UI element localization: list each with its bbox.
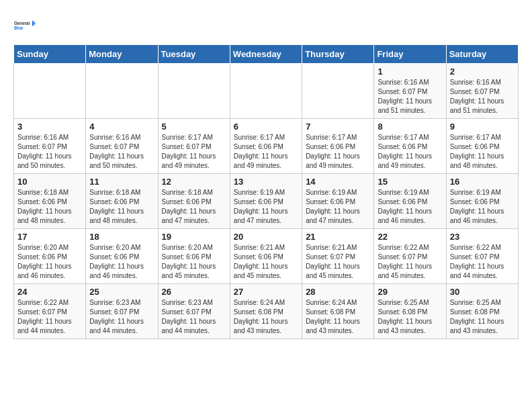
week-row-5: 24Sunrise: 6:22 AM Sunset: 6:07 PM Dayli… [14,284,519,339]
day-number: 15 [378,177,442,187]
day-number: 22 [378,232,442,242]
cell-info: Sunrise: 6:17 AM Sunset: 6:06 PM Dayligh… [450,133,515,171]
cell-info: Sunrise: 6:24 AM Sunset: 6:08 PM Dayligh… [306,298,370,336]
logo: GeneralBlue [13,13,38,38]
cell-info: Sunrise: 6:19 AM Sunset: 6:06 PM Dayligh… [378,188,442,226]
cell-info: Sunrise: 6:21 AM Sunset: 6:07 PM Dayligh… [306,243,370,281]
calendar-cell [158,64,230,119]
day-number: 2 [450,66,515,77]
calendar-cell: 25Sunrise: 6:23 AM Sunset: 6:07 PM Dayli… [86,284,158,339]
calendar-cell: 3Sunrise: 6:16 AM Sunset: 6:07 PM Daylig… [14,119,86,174]
calendar-cell: 14Sunrise: 6:19 AM Sunset: 6:06 PM Dayli… [302,174,374,229]
cell-info: Sunrise: 6:17 AM Sunset: 6:06 PM Dayligh… [378,133,442,171]
day-number: 18 [89,232,154,242]
cell-info: Sunrise: 6:20 AM Sunset: 6:06 PM Dayligh… [162,243,226,281]
cell-info: Sunrise: 6:25 AM Sunset: 6:08 PM Dayligh… [378,298,442,336]
cell-info: Sunrise: 6:19 AM Sunset: 6:06 PM Dayligh… [450,188,515,226]
calendar-cell: 11Sunrise: 6:18 AM Sunset: 6:06 PM Dayli… [86,174,158,229]
svg-text:General: General [14,21,30,26]
day-number: 27 [234,287,298,297]
cell-info: Sunrise: 6:20 AM Sunset: 6:06 PM Dayligh… [89,243,154,281]
day-number: 26 [162,287,226,297]
calendar-cell: 28Sunrise: 6:24 AM Sunset: 6:08 PM Dayli… [302,284,374,339]
week-row-2: 3Sunrise: 6:16 AM Sunset: 6:07 PM Daylig… [14,119,519,174]
calendar-cell: 2Sunrise: 6:16 AM Sunset: 6:07 PM Daylig… [446,64,518,119]
calendar-cell: 6Sunrise: 6:17 AM Sunset: 6:06 PM Daylig… [230,119,302,174]
calendar-cell: 21Sunrise: 6:21 AM Sunset: 6:07 PM Dayli… [302,229,374,284]
day-number: 1 [378,66,442,77]
cell-info: Sunrise: 6:22 AM Sunset: 6:07 PM Dayligh… [378,243,442,281]
calendar-cell: 10Sunrise: 6:18 AM Sunset: 6:06 PM Dayli… [14,174,86,229]
cell-info: Sunrise: 6:22 AM Sunset: 6:07 PM Dayligh… [450,243,515,281]
calendar-cell: 12Sunrise: 6:18 AM Sunset: 6:06 PM Dayli… [158,174,230,229]
day-number: 10 [17,177,82,187]
cell-info: Sunrise: 6:20 AM Sunset: 6:06 PM Dayligh… [17,243,82,281]
cell-info: Sunrise: 6:16 AM Sunset: 6:07 PM Dayligh… [89,133,154,171]
week-row-3: 10Sunrise: 6:18 AM Sunset: 6:06 PM Dayli… [14,174,519,229]
week-row-1: 1Sunrise: 6:16 AM Sunset: 6:07 PM Daylig… [14,64,519,119]
day-number: 4 [89,122,154,132]
day-number: 14 [306,177,370,187]
col-header-wednesday: Wednesday [230,45,302,64]
cell-info: Sunrise: 6:17 AM Sunset: 6:06 PM Dayligh… [234,133,298,171]
calendar-cell [230,64,302,119]
calendar-cell: 20Sunrise: 6:21 AM Sunset: 6:06 PM Dayli… [230,229,302,284]
day-number: 19 [162,232,226,242]
cell-info: Sunrise: 6:16 AM Sunset: 6:07 PM Dayligh… [378,78,442,116]
day-number: 8 [378,122,442,132]
cell-info: Sunrise: 6:23 AM Sunset: 6:07 PM Dayligh… [89,298,154,336]
svg-text:Blue: Blue [14,26,24,30]
day-number: 3 [17,122,82,132]
calendar-table: SundayMondayTuesdayWednesdayThursdayFrid… [13,44,519,339]
cell-info: Sunrise: 6:18 AM Sunset: 6:06 PM Dayligh… [162,188,226,226]
cell-info: Sunrise: 6:25 AM Sunset: 6:08 PM Dayligh… [450,298,515,336]
day-number: 24 [17,287,82,297]
calendar-cell [86,64,158,119]
day-number: 25 [89,287,154,297]
day-number: 6 [234,122,298,132]
cell-info: Sunrise: 6:19 AM Sunset: 6:06 PM Dayligh… [306,188,370,226]
day-number: 7 [306,122,370,132]
calendar-cell: 29Sunrise: 6:25 AM Sunset: 6:08 PM Dayli… [374,284,446,339]
day-number: 30 [450,287,515,297]
header-row: SundayMondayTuesdayWednesdayThursdayFrid… [14,45,519,64]
cell-info: Sunrise: 6:18 AM Sunset: 6:06 PM Dayligh… [89,188,154,226]
cell-info: Sunrise: 6:16 AM Sunset: 6:07 PM Dayligh… [17,133,82,171]
calendar-cell: 23Sunrise: 6:22 AM Sunset: 6:07 PM Dayli… [446,229,518,284]
cell-info: Sunrise: 6:18 AM Sunset: 6:06 PM Dayligh… [17,188,82,226]
cell-info: Sunrise: 6:17 AM Sunset: 6:06 PM Dayligh… [306,133,370,171]
calendar-cell: 17Sunrise: 6:20 AM Sunset: 6:06 PM Dayli… [14,229,86,284]
cell-info: Sunrise: 6:16 AM Sunset: 6:07 PM Dayligh… [450,78,515,116]
cell-info: Sunrise: 6:22 AM Sunset: 6:07 PM Dayligh… [17,298,82,336]
calendar-cell: 26Sunrise: 6:23 AM Sunset: 6:07 PM Dayli… [158,284,230,339]
day-number: 28 [306,287,370,297]
calendar-cell: 13Sunrise: 6:19 AM Sunset: 6:06 PM Dayli… [230,174,302,229]
page-header: GeneralBlue [13,13,519,38]
logo-icon: GeneralBlue [13,13,38,38]
cell-info: Sunrise: 6:19 AM Sunset: 6:06 PM Dayligh… [234,188,298,226]
calendar-cell: 18Sunrise: 6:20 AM Sunset: 6:06 PM Dayli… [86,229,158,284]
calendar-cell: 4Sunrise: 6:16 AM Sunset: 6:07 PM Daylig… [86,119,158,174]
day-number: 17 [17,232,82,242]
cell-info: Sunrise: 6:17 AM Sunset: 6:07 PM Dayligh… [162,133,226,171]
cell-info: Sunrise: 6:24 AM Sunset: 6:08 PM Dayligh… [234,298,298,336]
calendar-cell: 27Sunrise: 6:24 AM Sunset: 6:08 PM Dayli… [230,284,302,339]
col-header-friday: Friday [374,45,446,64]
day-number: 5 [162,122,226,132]
calendar-cell: 15Sunrise: 6:19 AM Sunset: 6:06 PM Dayli… [374,174,446,229]
calendar-cell: 8Sunrise: 6:17 AM Sunset: 6:06 PM Daylig… [374,119,446,174]
day-number: 29 [378,287,442,297]
cell-info: Sunrise: 6:21 AM Sunset: 6:06 PM Dayligh… [234,243,298,281]
cell-info: Sunrise: 6:23 AM Sunset: 6:07 PM Dayligh… [162,298,226,336]
col-header-saturday: Saturday [446,45,518,64]
week-row-4: 17Sunrise: 6:20 AM Sunset: 6:06 PM Dayli… [14,229,519,284]
calendar-cell: 30Sunrise: 6:25 AM Sunset: 6:08 PM Dayli… [446,284,518,339]
day-number: 13 [234,177,298,187]
day-number: 9 [450,122,515,132]
calendar-cell: 16Sunrise: 6:19 AM Sunset: 6:06 PM Dayli… [446,174,518,229]
calendar-cell [302,64,374,119]
col-header-thursday: Thursday [302,45,374,64]
day-number: 11 [89,177,154,187]
calendar-cell: 19Sunrise: 6:20 AM Sunset: 6:06 PM Dayli… [158,229,230,284]
calendar-cell [14,64,86,119]
